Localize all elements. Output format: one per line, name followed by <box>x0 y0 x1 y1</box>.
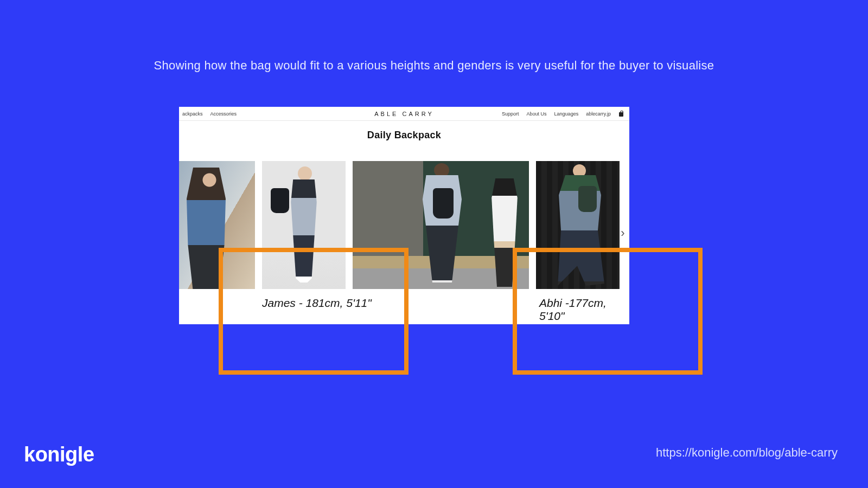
gallery-image[interactable] <box>262 161 346 289</box>
model-gallery <box>179 161 629 289</box>
nav-right: Support About Us Languages ablecarry.jp <box>502 107 624 121</box>
nav-link-languages[interactable]: Languages <box>554 111 579 117</box>
gallery-image[interactable] <box>179 161 255 289</box>
gallery-image[interactable] <box>536 161 620 289</box>
chevron-right-icon: › <box>621 226 624 240</box>
product-title: Daily Backpack <box>179 130 629 141</box>
gallery-image[interactable] <box>353 161 529 289</box>
caption-james: James - 181cm, 5'11" <box>262 297 372 310</box>
nav-link-about[interactable]: About Us <box>527 111 547 117</box>
source-url: https://konigle.com/blog/able-carry <box>656 446 838 460</box>
nav-link-support[interactable]: Support <box>502 111 519 117</box>
cart-icon[interactable] <box>618 111 624 117</box>
carousel-next-button[interactable]: › <box>618 225 627 241</box>
caption-strip: James - 181cm, 5'11" Abhi -177cm, 5'10" <box>179 289 629 324</box>
embedded-screenshot: ackpacks Accessories ABLE CARRY Support … <box>179 107 629 324</box>
nav-link-jp[interactable]: ablecarry.jp <box>586 111 611 117</box>
caption-abhi: Abhi -177cm, 5'10" <box>539 297 629 323</box>
slide-headline: Showing how the bag would fit to a vario… <box>0 59 868 73</box>
site-header: ackpacks Accessories ABLE CARRY Support … <box>179 107 629 121</box>
konigle-logo: konigle <box>24 443 94 466</box>
